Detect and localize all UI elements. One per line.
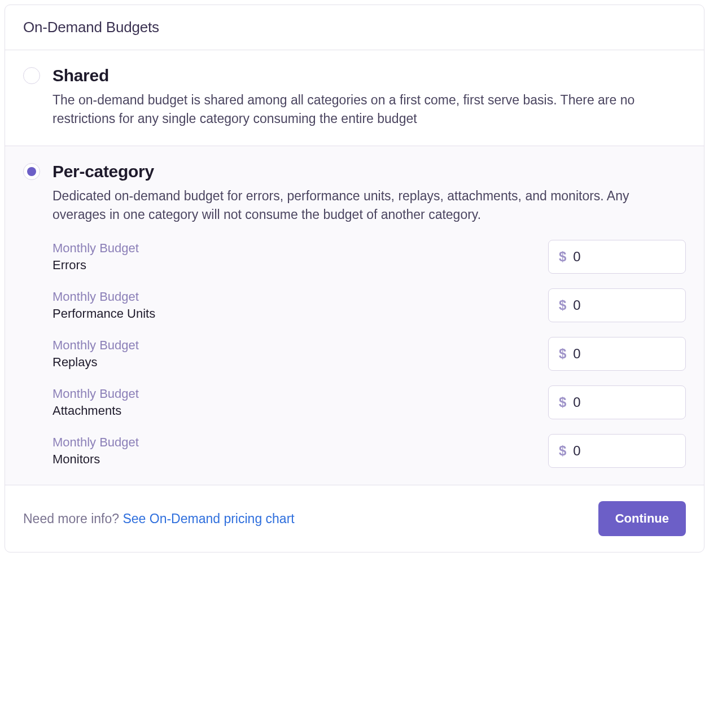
panel-title: On-Demand Budgets [23, 19, 686, 36]
budget-row-monitors: Monthly Budget Monitors $ [52, 434, 686, 468]
footer-text: Need more info? See On-Demand pricing ch… [23, 511, 295, 527]
budget-input-wrap-attachments[interactable]: $ [548, 385, 686, 419]
budget-input-monitors[interactable] [573, 443, 675, 459]
dollar-icon: $ [559, 443, 566, 459]
budget-input-performance-units[interactable] [573, 297, 675, 313]
continue-button[interactable]: Continue [598, 501, 686, 536]
budget-prefix-label: Monthly Budget [52, 338, 139, 353]
radio-shared[interactable] [23, 67, 40, 84]
budget-prefix-label: Monthly Budget [52, 387, 139, 401]
budget-row-errors: Monthly Budget Errors $ [52, 240, 686, 274]
budget-row-replays: Monthly Budget Replays $ [52, 337, 686, 371]
dollar-icon: $ [559, 394, 566, 410]
budget-name-replays: Replays [52, 355, 139, 370]
footer-info-text: Need more info? [23, 511, 122, 526]
budget-labels: Monthly Budget Performance Units [52, 290, 155, 321]
pricing-chart-link[interactable]: See On-Demand pricing chart [122, 511, 294, 526]
budget-labels: Monthly Budget Replays [52, 338, 139, 370]
budget-name-performance-units: Performance Units [52, 306, 155, 321]
option-shared[interactable]: Shared The on-demand budget is shared am… [5, 50, 704, 146]
budget-labels: Monthly Budget Attachments [52, 387, 139, 418]
budget-name-errors: Errors [52, 258, 139, 273]
budget-input-wrap-performance-units[interactable]: $ [548, 288, 686, 322]
budget-input-errors[interactable] [573, 249, 675, 265]
budget-name-monitors: Monitors [52, 452, 139, 467]
budget-input-replays[interactable] [573, 346, 675, 362]
option-per-category-description: Dedicated on-demand budget for errors, p… [52, 187, 686, 225]
dollar-icon: $ [559, 297, 566, 313]
radio-per-category[interactable] [23, 163, 40, 180]
budget-input-attachments[interactable] [573, 394, 675, 410]
option-shared-description: The on-demand budget is shared among all… [52, 91, 686, 129]
budget-prefix-label: Monthly Budget [52, 241, 139, 256]
budget-input-wrap-replays[interactable]: $ [548, 337, 686, 371]
panel-footer: Need more info? See On-Demand pricing ch… [5, 485, 704, 552]
budget-row-performance-units: Monthly Budget Performance Units $ [52, 288, 686, 322]
dollar-icon: $ [559, 249, 566, 265]
budget-prefix-label: Monthly Budget [52, 435, 139, 450]
budget-input-wrap-errors[interactable]: $ [548, 240, 686, 274]
option-per-category-title: Per-category [52, 162, 686, 181]
budget-row-attachments: Monthly Budget Attachments $ [52, 385, 686, 419]
budget-name-attachments: Attachments [52, 404, 139, 418]
panel-header: On-Demand Budgets [5, 5, 704, 50]
option-per-category[interactable]: Per-category Dedicated on-demand budget … [5, 146, 704, 486]
option-per-category-body: Per-category Dedicated on-demand budget … [52, 162, 686, 468]
budget-labels: Monthly Budget Errors [52, 241, 139, 273]
on-demand-budgets-panel: On-Demand Budgets Shared The on-demand b… [5, 5, 704, 552]
option-shared-body: Shared The on-demand budget is shared am… [52, 66, 686, 129]
budget-input-wrap-monitors[interactable]: $ [548, 434, 686, 468]
budget-list: Monthly Budget Errors $ Monthly Budget P… [52, 240, 686, 468]
budget-prefix-label: Monthly Budget [52, 290, 155, 304]
budget-labels: Monthly Budget Monitors [52, 435, 139, 467]
dollar-icon: $ [559, 346, 566, 362]
option-shared-title: Shared [52, 66, 686, 85]
